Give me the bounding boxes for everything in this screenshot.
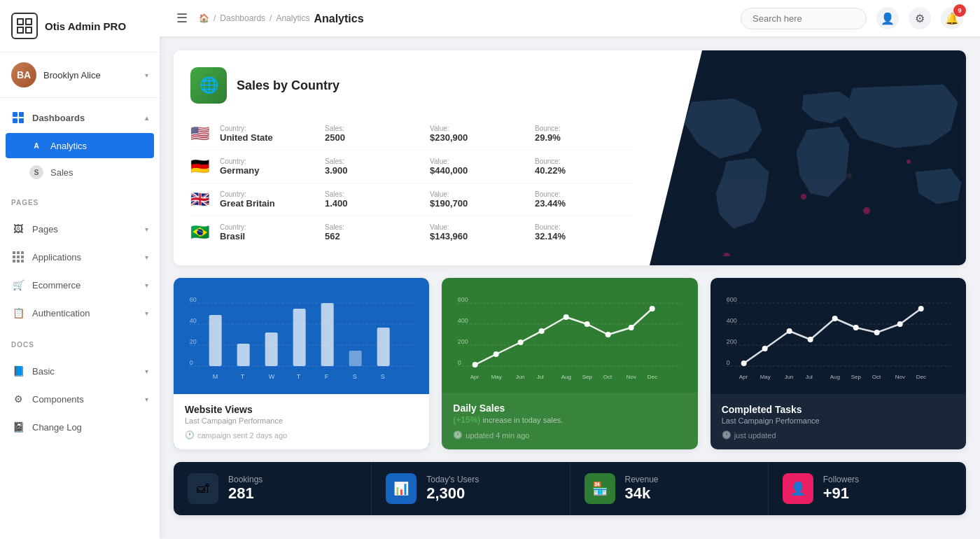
svg-rect-31 [237, 344, 250, 366]
stat-revenue: 🏪 Revenue 34k [570, 462, 769, 515]
chart-subtitle: (+15%) increase in today sales. [453, 415, 686, 425]
svg-text:0: 0 [458, 359, 461, 366]
completed-tasks-card: 600 400 200 0 [710, 278, 966, 449]
svg-text:Sep: Sep [582, 374, 593, 380]
sidebar-item-changelog[interactable]: 📓 Change Log [0, 413, 160, 441]
stat-value: 281 [228, 484, 262, 503]
sidebar-item-label: Basic [32, 366, 55, 377]
sales-title: Sales by Country [237, 78, 340, 93]
stat-today-users: 📊 Today's Users 2,300 [372, 462, 570, 515]
breadcrumb: 🏠 / Dashboards / Analytics Analytics [199, 11, 729, 25]
stat-label: Followers [823, 475, 859, 484]
svg-text:60: 60 [190, 296, 197, 303]
user-profile[interactable]: BA Brooklyn Alice ▾ [0, 52, 160, 98]
svg-rect-4 [13, 112, 18, 117]
sidebar-item-analytics[interactable]: A Analytics [6, 133, 154, 158]
notification-badge: 9 [953, 4, 966, 17]
svg-text:Apr: Apr [470, 374, 479, 380]
svg-text:Oct: Oct [603, 374, 612, 380]
sidebar-item-authentication[interactable]: 📋 Authentication ▾ [0, 299, 160, 327]
auth-icon: 📋 [11, 306, 25, 320]
svg-rect-33 [293, 309, 306, 366]
chevron-down-icon: ▾ [145, 309, 148, 317]
stat-label: Today's Users [426, 475, 479, 484]
bookings-icon: 🛋 [188, 473, 218, 504]
svg-text:May: May [760, 374, 770, 380]
svg-text:Oct: Oct [872, 374, 881, 380]
sidebar-item-pages[interactable]: 🖼 Pages ▾ [0, 215, 160, 243]
svg-point-20 [906, 160, 911, 164]
sidebar-item-components[interactable]: ⚙ Components ▾ [0, 385, 160, 413]
pages-icon: 🖼 [11, 222, 25, 236]
sidebar-item-sales[interactable]: S Sales [0, 160, 160, 185]
flag-us: 🇺🇸 [190, 125, 213, 143]
followers-icon: 👤 [783, 473, 813, 504]
svg-text:Nov: Nov [895, 374, 904, 380]
website-views-chart: 60 40 20 0 M T [174, 278, 429, 394]
svg-text:Jun: Jun [784, 374, 793, 380]
svg-rect-36 [377, 328, 390, 366]
chevron-down-icon: ▾ [145, 281, 148, 289]
dashboards-icon [11, 111, 25, 125]
svg-point-18 [801, 194, 806, 200]
svg-text:W: W [269, 373, 275, 380]
stat-label: Bookings [228, 475, 262, 484]
svg-text:F: F [325, 373, 329, 380]
settings-icon[interactable]: ⚙ [909, 7, 931, 29]
sidebar: Otis Admin PRO BA Brooklyn Alice ▾ Dashb… [0, 0, 160, 539]
svg-text:200: 200 [458, 338, 468, 345]
svg-point-19 [863, 207, 870, 214]
sidebar-item-label: Change Log [32, 422, 82, 433]
components-icon: ⚙ [11, 392, 25, 406]
header: ☰ 🏠 / Dashboards / Analytics Analytics 👤… [160, 0, 980, 36]
completed-tasks-chart: 600 400 200 0 [710, 278, 966, 394]
chevron-down-icon: ▾ [145, 71, 148, 79]
sidebar-item-label: Applications [32, 252, 81, 262]
sidebar-item-basic[interactable]: 📘 Basic ▾ [0, 357, 160, 385]
svg-text:Aug: Aug [561, 374, 571, 380]
svg-text:Dec: Dec [916, 374, 925, 380]
flag-br: 🇧🇷 [190, 223, 213, 241]
svg-point-83 [853, 325, 858, 330]
basic-icon: 📘 [11, 364, 25, 378]
svg-rect-3 [26, 27, 31, 33]
search-input[interactable] [741, 8, 867, 29]
chart-time: 🕐 just updated [722, 430, 955, 440]
sidebar-item-label: Sales [50, 167, 74, 178]
svg-rect-34 [321, 303, 334, 366]
world-map-svg [650, 60, 966, 256]
svg-point-60 [650, 306, 655, 312]
user-name: Brooklyn Alice [43, 70, 138, 80]
svg-rect-30 [209, 315, 222, 366]
stat-bookings: 🛋 Bookings 281 [174, 462, 372, 515]
chart-title: Completed Tasks [722, 404, 955, 415]
daily-sales-chart: 600 400 200 0 [442, 278, 697, 393]
logo-icon [11, 13, 38, 39]
svg-text:M: M [213, 373, 218, 380]
svg-rect-8 [13, 251, 15, 254]
table-row: 🇺🇸 Country: United State Sales: 2500 Val… [190, 118, 633, 150]
sidebar-item-ecommerce[interactable]: 🛒 Ecommerce ▾ [0, 271, 160, 299]
chart-title: Daily Sales [453, 402, 686, 414]
svg-rect-12 [17, 255, 20, 258]
hamburger-button[interactable]: ☰ [176, 10, 188, 26]
table-row: 🇩🇪 Country: Germany Sales: 3.900 Value: [190, 150, 633, 183]
svg-point-59 [629, 325, 634, 330]
svg-text:Nov: Nov [626, 374, 636, 380]
today-users-icon: 📊 [386, 473, 416, 504]
stat-value: 34k [625, 484, 659, 503]
sidebar-item-dashboards[interactable]: Dashboards ▴ [0, 104, 160, 132]
svg-rect-2 [18, 27, 23, 33]
sidebar-item-label: Pages [32, 224, 58, 234]
user-icon[interactable]: 👤 [876, 7, 899, 29]
sales-by-country-card: 🌐 Sales by Country 🇺🇸 Country: United St… [174, 50, 966, 265]
docs-nav: 📘 Basic ▾ ⚙ Components ▾ 📓 Change Log [0, 351, 160, 447]
docs-section-label: DOCS [0, 332, 160, 351]
notification-button[interactable]: 🔔 9 [941, 7, 963, 29]
sidebar-item-applications[interactable]: Applications ▾ [0, 243, 160, 271]
charts-row: 60 40 20 0 M T [174, 278, 966, 449]
sidebar-item-label: Ecommerce [32, 280, 80, 290]
svg-point-80 [786, 328, 792, 334]
clock-icon: 🕐 [453, 430, 463, 440]
svg-rect-13 [21, 255, 24, 258]
